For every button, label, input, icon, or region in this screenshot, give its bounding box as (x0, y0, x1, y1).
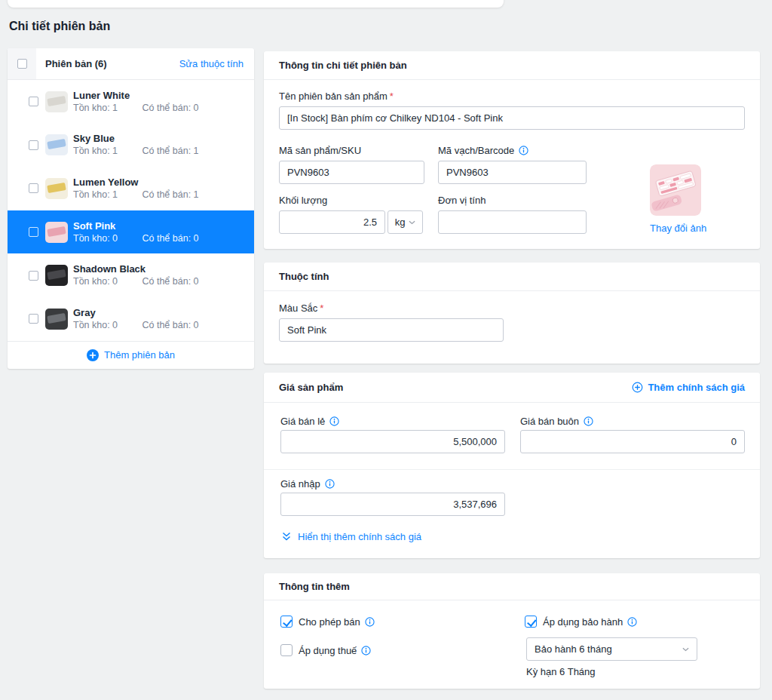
variant-stock: Tồn kho: 1 (73, 102, 139, 115)
import-price-label: Giá nhập (280, 478, 335, 490)
info-icon[interactable] (361, 646, 371, 655)
variant-item-gray[interactable]: Gray Tồn kho: 0 Có thể bán: 0 (8, 297, 254, 341)
variant-name: Gray (73, 306, 199, 319)
variant-thumbnail (45, 222, 68, 243)
info-icon[interactable] (519, 146, 528, 155)
wholesale-price-label: Giá bán buôn (520, 416, 593, 427)
variant-sellable: Có thể bán: 0 (142, 276, 198, 287)
variant-list-panel: Phiên bản (6) Sửa thuộc tính Luner White… (8, 48, 254, 369)
product-image (650, 164, 701, 216)
variant-stock: Tồn kho: 1 (73, 145, 139, 158)
previous-card-bottom-edge (8, 0, 504, 8)
chevron-down-icon (409, 220, 415, 225)
variant-sellable: Có thể bán: 0 (142, 233, 198, 244)
variant-item-lumen-yellow[interactable]: Lumen Yellow Tồn kho: 1 Có thể bán: 1 (8, 167, 254, 210)
plus-circle-outline-icon (632, 382, 643, 393)
info-icon[interactable] (329, 416, 339, 426)
variant-item-soft-pink[interactable]: Soft Pink Tồn kho: 0 Có thể bán: 0 (8, 210, 254, 254)
variant-name: Luner White (73, 89, 199, 102)
variant-item-sky-blue[interactable]: Sky Blue Tồn kho: 1 Có thể bán: 1 (8, 124, 254, 167)
variant-checkbox[interactable] (29, 227, 38, 237)
variant-name-label: Tên phiên bản sản phẩm* (279, 91, 745, 102)
variant-thumbnail (45, 134, 68, 155)
allow-sale-option[interactable]: Cho phép bán (280, 616, 375, 628)
allow-sale-label: Cho phép bán (299, 616, 360, 628)
color-input[interactable] (279, 318, 504, 342)
variant-name: Shadown Black (73, 262, 199, 275)
weight-label: Khối lượng (279, 195, 424, 206)
variant-stock: Tồn kho: 1 (73, 189, 139, 201)
weight-input[interactable] (279, 210, 385, 234)
attributes-card: Thuộc tính Màu Sắc* (264, 262, 760, 364)
variant-checkbox[interactable] (29, 271, 38, 281)
sku-input[interactable] (279, 161, 424, 184)
allow-sale-checkbox[interactable] (280, 616, 293, 628)
variant-thumbnail (45, 91, 68, 112)
info-icon[interactable] (325, 479, 335, 489)
info-icon[interactable] (584, 416, 593, 426)
variant-name: Lumen Yellow (73, 176, 199, 189)
sku-label: Mã sản phẩm/SKU (279, 145, 424, 156)
variant-checkbox[interactable] (29, 183, 38, 193)
retail-price-input[interactable] (280, 430, 505, 453)
variant-list: Luner White Tồn kho: 1 Có thể bán: 0 Sky… (8, 80, 254, 341)
variant-checkbox[interactable] (29, 140, 38, 150)
change-image-link[interactable]: Thay đổi ảnh (650, 223, 706, 234)
weight-unit-value: kg (395, 216, 406, 228)
variant-thumbnail (45, 178, 68, 199)
variant-name-input[interactable] (279, 106, 745, 130)
import-price-input[interactable] (280, 493, 505, 516)
variant-sellable: Có thể bán: 0 (142, 320, 198, 330)
wholesale-price-input[interactable] (520, 430, 745, 453)
weight-unit-select[interactable]: kg (388, 210, 423, 234)
apply-tax-option[interactable]: Áp dụng thuế (280, 644, 371, 656)
variant-stock: Tồn kho: 0 (73, 275, 139, 288)
warranty-option[interactable]: Áp dụng bảo hành (525, 616, 637, 628)
chevron-down-icon (682, 647, 689, 652)
pricing-header: Giá sản phẩm Thêm chính sách giá (264, 373, 760, 403)
select-all-cell (8, 48, 36, 79)
add-variant-button[interactable]: Thêm phiên bản (8, 341, 254, 369)
info-icon[interactable] (627, 617, 637, 627)
variant-stock: Tồn kho: 0 (73, 232, 139, 245)
variant-checkbox[interactable] (29, 314, 38, 324)
extra-info-card: Thông tin thêm Cho phép bán Áp dụng bảo … (264, 573, 760, 689)
apply-tax-checkbox[interactable] (280, 644, 293, 656)
unit-label: Đơn vị tính (438, 195, 587, 206)
add-price-policy-link[interactable]: Thêm chính sách giá (632, 382, 745, 393)
select-all-checkbox[interactable] (17, 59, 27, 69)
variant-thumbnail (45, 265, 68, 286)
pricing-title: Giá sản phẩm (279, 382, 343, 393)
warranty-checkbox[interactable] (525, 616, 537, 628)
required-mark: * (320, 302, 323, 314)
unit-input[interactable] (438, 210, 587, 234)
variant-item-shadown-black[interactable]: Shadown Black Tồn kho: 0 Có thể bán: 0 (8, 253, 254, 297)
variant-thumbnail (45, 309, 68, 330)
variant-checkbox[interactable] (29, 97, 38, 106)
pricing-card: Giá sản phẩm Thêm chính sách giá Giá bán… (264, 373, 760, 558)
info-icon[interactable] (365, 617, 375, 627)
variant-sellable: Có thể bán: 1 (142, 146, 198, 156)
variant-name: Sky Blue (73, 132, 199, 145)
variant-stock: Tồn kho: 0 (73, 319, 139, 332)
page-title: Chi tiết phiên bản (9, 20, 110, 33)
add-variant-label: Thêm phiên bản (104, 349, 175, 361)
retail-price-label: Giá bán lẻ (280, 416, 339, 427)
variant-sellable: Có thể bán: 1 (142, 189, 198, 200)
variant-list-header: Phiên bản (6) Sửa thuộc tính (8, 48, 254, 80)
warranty-term-select[interactable]: Bảo hành 6 tháng (526, 637, 697, 661)
variant-item-luner-white[interactable]: Luner White Tồn kho: 1 Có thể bán: 0 (8, 80, 254, 124)
divider (264, 469, 760, 470)
variant-sellable: Có thể bán: 0 (142, 103, 198, 113)
plus-circle-icon (87, 349, 99, 361)
warranty-term-note: Kỳ hạn 6 Tháng (526, 666, 596, 677)
variant-details-title: Thông tin chi tiết phiên bản (264, 51, 760, 80)
variant-name: Soft Pink (73, 220, 199, 232)
edit-attributes-link[interactable]: Sửa thuộc tính (179, 58, 244, 69)
extra-info-title: Thông tin thêm (264, 573, 760, 600)
required-mark: * (390, 91, 394, 102)
warranty-term-value: Bảo hành 6 tháng (535, 643, 612, 655)
variant-list-title: Phiên bản (6) (45, 58, 107, 69)
barcode-input[interactable] (438, 161, 587, 184)
show-more-policies-link[interactable]: Hiển thị thêm chính sách giá (282, 531, 421, 542)
